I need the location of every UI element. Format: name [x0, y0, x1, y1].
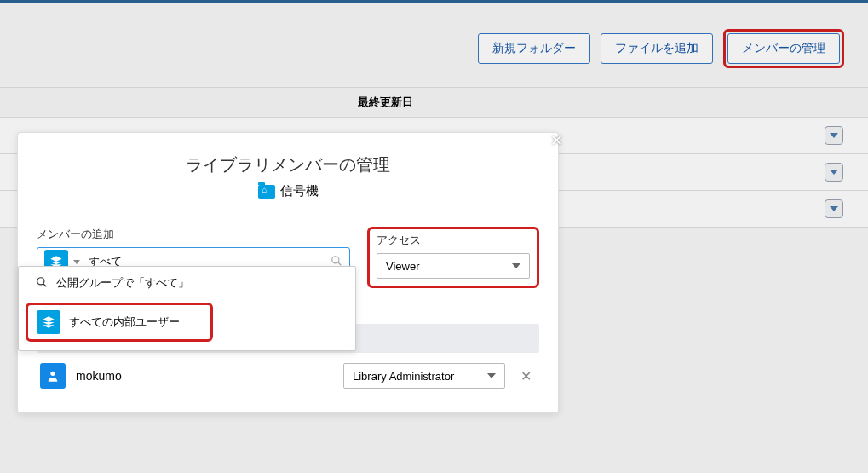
access-value: Viewer: [386, 260, 420, 273]
member-name: mokumo: [76, 369, 333, 383]
suggest-all-users-text: すべての内部ユーザー: [69, 314, 180, 330]
remove-member-button[interactable]: ✕: [515, 368, 536, 384]
member-row: mokumo Library Administrator ✕: [37, 353, 539, 389]
access-group: アクセス Viewer: [377, 233, 530, 279]
user-icon: [40, 363, 66, 389]
scope-caret-icon[interactable]: [73, 260, 80, 264]
svg-point-2: [37, 277, 44, 284]
modal-subtitle: 信号機: [18, 183, 558, 199]
modal-title: ライブラリメンバーの管理: [18, 153, 558, 176]
library-name: 信号機: [280, 183, 319, 199]
suggest-group-hint-text: 公開グループで「すべて」: [56, 275, 189, 291]
member-role-value: Library Administrator: [353, 370, 454, 383]
search-icon: [36, 276, 48, 291]
suggest-all-users[interactable]: すべての内部ユーザー: [37, 310, 202, 334]
access-highlight: アクセス Viewer: [367, 227, 539, 288]
manage-members-modal: ✕ ライブラリメンバーの管理 信号機 メンバーの追加: [17, 132, 559, 413]
member-suggest-popup: 公開グループで「すべて」 すべての内部ユーザー: [18, 266, 356, 351]
library-icon: [258, 185, 275, 199]
layers-icon: [37, 310, 60, 334]
add-member-label: メンバーの追加: [37, 227, 350, 242]
access-label: アクセス: [377, 233, 530, 248]
suggest-group-hint[interactable]: 公開グループで「すべて」: [19, 267, 355, 299]
svg-line-1: [338, 262, 342, 265]
modal-body: メンバーの追加 アクセス Viewer: [18, 199, 558, 389]
suggest-all-users-highlight: すべての内部ユーザー: [26, 303, 213, 342]
close-icon[interactable]: ✕: [548, 131, 565, 148]
svg-line-3: [43, 283, 47, 286]
caret-down-icon: [512, 263, 520, 268]
svg-point-4: [50, 372, 55, 376]
access-select[interactable]: Viewer: [377, 253, 530, 279]
caret-down-icon: [487, 373, 496, 378]
member-role-select[interactable]: Library Administrator: [343, 363, 505, 389]
svg-point-0: [332, 256, 339, 262]
